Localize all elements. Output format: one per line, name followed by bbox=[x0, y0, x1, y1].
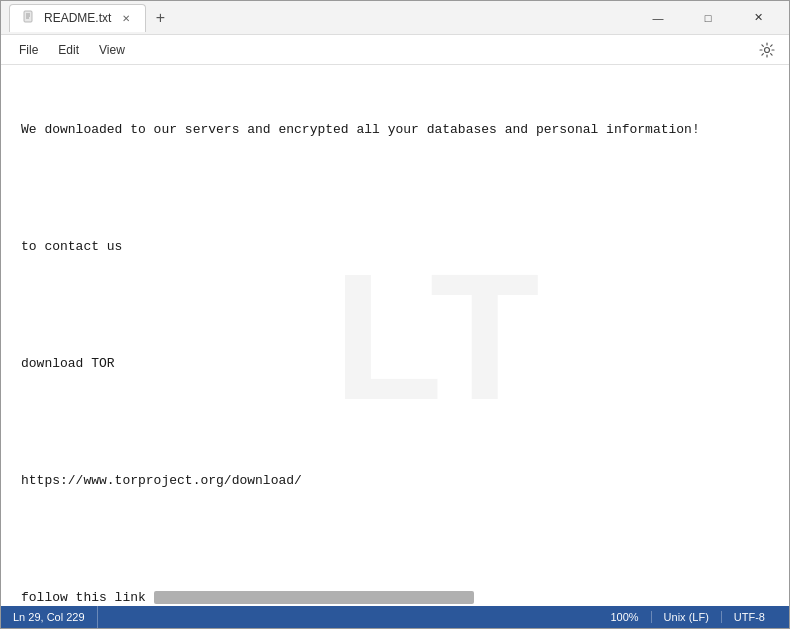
title-bar: README.txt ✕ + — □ ✕ bbox=[1, 1, 789, 35]
tab-label: README.txt bbox=[44, 11, 111, 25]
line-blank-4 bbox=[21, 530, 769, 550]
redacted-link bbox=[154, 591, 474, 604]
encoding: UTF-8 bbox=[722, 611, 777, 623]
content-area[interactable]: LT We downloaded to our servers and encr… bbox=[1, 65, 789, 606]
maximize-button[interactable]: □ bbox=[685, 4, 731, 32]
readme-tab[interactable]: README.txt ✕ bbox=[9, 4, 146, 32]
line-4: https://www.torproject.org/download/ bbox=[21, 471, 769, 491]
menu-file[interactable]: File bbox=[9, 39, 48, 61]
new-tab-button[interactable]: + bbox=[148, 6, 172, 30]
status-right: 100% Unix (LF) UTF-8 bbox=[610, 611, 777, 623]
settings-icon[interactable] bbox=[753, 36, 781, 64]
title-bar-left: README.txt ✕ + bbox=[9, 4, 635, 32]
menu-bar: File Edit View bbox=[1, 35, 789, 65]
line-1: We downloaded to our servers and encrypt… bbox=[21, 120, 769, 140]
file-icon bbox=[22, 10, 36, 27]
line-2: to contact us bbox=[21, 237, 769, 257]
svg-rect-0 bbox=[24, 11, 32, 22]
line-blank-2 bbox=[21, 296, 769, 316]
app-window: README.txt ✕ + — □ ✕ File Edit View LT W… bbox=[0, 0, 790, 629]
text-content: We downloaded to our servers and encrypt… bbox=[21, 81, 769, 606]
menu-edit[interactable]: Edit bbox=[48, 39, 89, 61]
cursor-position: Ln 29, Col 229 bbox=[13, 606, 98, 628]
tab-close-button[interactable]: ✕ bbox=[119, 11, 133, 25]
window-controls: — □ ✕ bbox=[635, 4, 781, 32]
line-3: download TOR bbox=[21, 354, 769, 374]
tab-group: README.txt ✕ + bbox=[9, 4, 172, 32]
close-button[interactable]: ✕ bbox=[735, 4, 781, 32]
line-5: follow this link bbox=[21, 588, 769, 606]
menu-view[interactable]: View bbox=[89, 39, 135, 61]
minimize-button[interactable]: — bbox=[635, 4, 681, 32]
svg-point-4 bbox=[765, 47, 770, 52]
zoom-level: 100% bbox=[610, 611, 651, 623]
line-blank-3 bbox=[21, 413, 769, 433]
status-bar: Ln 29, Col 229 100% Unix (LF) UTF-8 bbox=[1, 606, 789, 628]
line-blank-1 bbox=[21, 179, 769, 199]
line-ending: Unix (LF) bbox=[652, 611, 722, 623]
